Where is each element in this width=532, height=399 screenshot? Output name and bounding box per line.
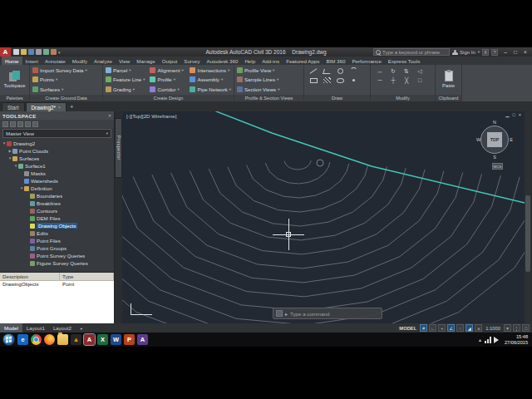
tree-item[interactable]: Contours [0, 207, 114, 214]
hatch-icon[interactable] [323, 77, 331, 83]
ribbon-tab[interactable]: Featured Apps [283, 57, 323, 65]
network-icon[interactable] [485, 337, 491, 343]
ribbon-tab[interactable]: Output [159, 57, 181, 65]
wcs-indicator[interactable]: WCS [492, 163, 503, 170]
status-toggle-icon[interactable]: ◢ [466, 324, 473, 332]
modify-tool-icon[interactable]: □ [418, 77, 421, 83]
modify-tool-icon[interactable]: ◁ [417, 68, 421, 74]
status-toggle-icon[interactable]: ○ [456, 324, 464, 332]
viewcube-west[interactable]: W [476, 137, 480, 142]
tree-item[interactable]: Edits [0, 229, 114, 237]
arc-icon[interactable] [350, 67, 357, 75]
modify-tool-icon[interactable]: ↔ [377, 68, 383, 74]
panel-label-palettes[interactable]: Palettes [0, 95, 29, 101]
rectangle-icon[interactable] [310, 78, 318, 83]
drawing-restore-icon[interactable]: □ [512, 112, 515, 117]
annotation-scale[interactable]: 1:1000 [485, 326, 500, 331]
tree-item[interactable]: ▶ Point Clouds [0, 147, 114, 155]
maximize-button[interactable]: □ [510, 49, 520, 55]
taskbar-icon[interactable]: A [84, 334, 95, 345]
modify-tool-icon[interactable]: ─ [378, 77, 382, 83]
panel-label-profile-section-views[interactable]: Profile & Section Views [234, 95, 303, 101]
ribbon-button[interactable]: Pipe Network ▾ [190, 85, 231, 93]
taskbar-icon[interactable] [57, 334, 68, 345]
viewcube-north[interactable]: N [493, 120, 496, 125]
circle-icon[interactable] [337, 68, 343, 74]
ribbon-tab[interactable]: Manage [133, 57, 158, 65]
status-toggle-icon[interactable]: ∟ [429, 324, 436, 332]
ribbon-tab[interactable]: Express Tools [385, 57, 423, 65]
ribbon-tab[interactable]: Home [2, 57, 22, 65]
taskbar-icon[interactable]: X [97, 334, 108, 345]
tree-item[interactable]: Boundaries [0, 192, 114, 200]
signin-dropdown-icon[interactable]: ▾ [478, 50, 480, 54]
ribbon-button[interactable]: Grading ▾ [106, 85, 145, 93]
tree-item[interactable]: ▼ Surfaces [0, 155, 114, 162]
tab-start[interactable]: Start [2, 102, 25, 111]
point-icon[interactable] [352, 79, 355, 81]
ribbon-tab[interactable]: Add-ins [259, 57, 283, 65]
panel-label-create-ground-data[interactable]: Create Ground Data [30, 95, 102, 101]
ellipse-icon[interactable] [337, 78, 344, 83]
status-toggle-icon[interactable]: ¦ [513, 324, 520, 332]
ribbon-tab[interactable]: Autodesk 360 [204, 57, 242, 65]
view-selector[interactable]: Master View ▾ [2, 129, 111, 138]
layout-tab[interactable]: Layout2 [49, 323, 76, 332]
viewcube-east[interactable]: E [510, 137, 513, 142]
panel-label-modify[interactable]: Modify [371, 95, 435, 101]
taskbar-icon[interactable]: ▲ [71, 334, 81, 345]
toolspace-button[interactable]: Toolspace [2, 66, 27, 93]
status-toggle-icon[interactable]: □ [522, 324, 530, 332]
viewport-controls[interactable]: [-][Top][2D Wireframe] [126, 113, 177, 119]
tree-item[interactable]: Point Files [0, 237, 114, 244]
taskbar-clock[interactable]: 15:48 27/06/2015 [505, 334, 528, 345]
status-toggle-icon[interactable]: ∠ [447, 324, 455, 332]
status-toggle-icon[interactable]: # [420, 324, 427, 332]
toolspace-tool-icon-5[interactable] [32, 121, 38, 127]
start-button[interactable] [2, 333, 15, 346]
help-icon[interactable]: ? [491, 49, 498, 56]
tree-item[interactable]: Breaklines [0, 200, 114, 207]
undo-icon[interactable] [43, 49, 49, 55]
ribbon-button[interactable]: Sample Lines ▾ [237, 76, 301, 84]
modify-tool-icon[interactable]: ⇅ [404, 68, 409, 74]
new-icon[interactable] [13, 49, 19, 55]
command-input[interactable]: Type a command [290, 311, 329, 317]
ribbon-tab[interactable]: Survey [180, 57, 203, 65]
panel-label-clipboard[interactable]: Clipboard [436, 95, 461, 101]
taskbar-icon[interactable]: P [124, 334, 135, 345]
taskbar-icon[interactable] [44, 334, 55, 345]
command-customize-icon[interactable] [276, 310, 283, 317]
tree-item[interactable]: Drawing Objects [0, 222, 114, 229]
tab-drawing2[interactable]: Drawing2* × [26, 102, 66, 111]
help-search-input[interactable]: Type a keyword or phrase [373, 48, 450, 56]
ribbon-button[interactable]: Corridor ▾ [150, 85, 185, 93]
scrollbar-thumb[interactable] [525, 195, 530, 272]
autocad-logo-icon[interactable]: A [0, 47, 11, 57]
tab-prospector[interactable]: Prospector [115, 118, 122, 178]
exchange-apps-icon[interactable]: X [482, 49, 489, 56]
viewcube[interactable]: TOP N S W E [476, 121, 513, 158]
viewcube-top-face[interactable]: TOP [487, 132, 502, 147]
tree-item[interactable]: Point Survey Queries [0, 252, 114, 259]
ribbon-button[interactable]: Points ▾ [32, 76, 100, 84]
layout-tab[interactable]: Layout1 [22, 323, 49, 332]
ribbon-button[interactable]: Surfaces ▾ [32, 85, 100, 93]
tray-expand-icon[interactable]: ▲ [478, 337, 482, 342]
panel-label-draw[interactable]: Draw [304, 95, 370, 101]
ribbon-tab[interactable]: BIM 360 [323, 57, 348, 65]
polyline-icon[interactable] [323, 69, 332, 74]
model-space-label[interactable]: MODEL [399, 326, 416, 331]
close-button[interactable]: × [520, 49, 530, 55]
tree-item[interactable]: ▼ Drawing2 [0, 140, 114, 147]
toolspace-tool-icon-2[interactable] [10, 121, 16, 127]
viewcube-south[interactable]: S [493, 155, 496, 160]
volume-icon[interactable] [494, 337, 502, 343]
drawing-canvas[interactable]: [-][Top][2D Wireframe] ▁ □ × TOP N S W E… [122, 111, 525, 323]
redo-icon[interactable] [51, 49, 57, 55]
taskbar-icon[interactable]: A [137, 334, 148, 345]
layout-tab[interactable]: Model [0, 323, 22, 332]
toolspace-tool-icon-4[interactable] [25, 121, 31, 127]
ribbon-tab[interactable]: Modify [69, 57, 91, 65]
ribbon-button[interactable]: Section Views ▾ [237, 85, 301, 93]
